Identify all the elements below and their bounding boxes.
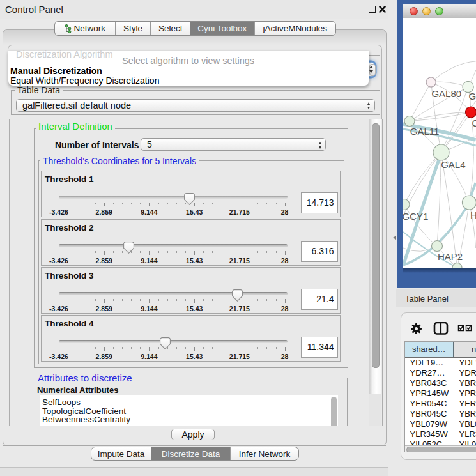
svg-text:GAL80: GAL80 (431, 88, 461, 99)
svg-text:GCY1: GCY1 (403, 211, 428, 222)
svg-text:C: C (472, 118, 476, 128)
svg-text:G.: G. (469, 91, 476, 102)
svg-text:H: H (470, 210, 476, 220)
svg-text:HAP2: HAP2 (438, 251, 463, 262)
svg-text:GAL11: GAL11 (410, 126, 440, 137)
svg-text:GAL4: GAL4 (441, 159, 465, 170)
